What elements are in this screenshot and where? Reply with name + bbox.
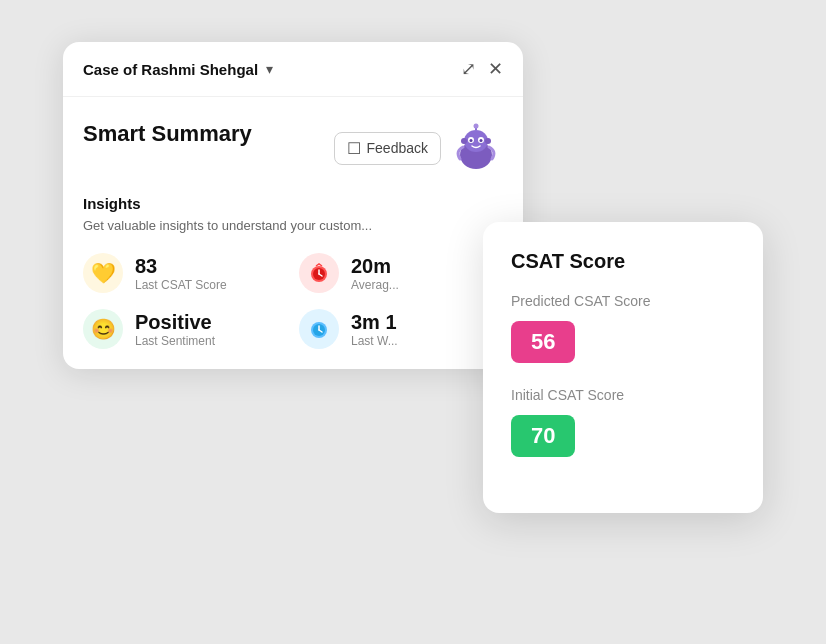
metric-text-sentiment: Positive Last Sentiment	[135, 310, 215, 348]
metric-last-csat: 💛 83 Last CSAT Score	[83, 253, 287, 293]
metric-label-csat: Last CSAT Score	[135, 278, 227, 292]
metric-value-lastwait: 3m 1	[351, 310, 398, 334]
metric-text-lastwait: 3m 1 Last W...	[351, 310, 398, 348]
header-actions: ⤢ ✕	[461, 58, 503, 80]
metrics-grid: 💛 83 Last CSAT Score	[83, 253, 503, 349]
feedback-icon: ☐	[347, 139, 361, 158]
predicted-csat-value: 56	[511, 321, 575, 363]
metric-sentiment: 😊 Positive Last Sentiment	[83, 309, 287, 349]
chevron-down-icon[interactable]: ▾	[266, 61, 273, 77]
svg-point-7	[474, 124, 479, 129]
header-title-group: Case of Rashmi Shehgal ▾	[83, 61, 273, 78]
main-card: Case of Rashmi Shehgal ▾ ⤢ ✕ Smart Summa…	[63, 42, 523, 369]
avg-time-icon	[299, 253, 339, 293]
smart-summary-right: ☐ Feedback	[334, 121, 503, 175]
initial-csat-value: 70	[511, 415, 575, 457]
csat-score-card: CSAT Score Predicted CSAT Score 56 Initi…	[483, 222, 763, 513]
svg-point-8	[461, 138, 467, 144]
robot-mascot	[449, 121, 503, 175]
csat-card-title: CSAT Score	[511, 250, 735, 273]
metric-value-avgtime: 20m	[351, 254, 399, 278]
metric-value-sentiment: Positive	[135, 310, 215, 334]
metric-text-csat: 83 Last CSAT Score	[135, 254, 227, 292]
svg-point-9	[485, 138, 491, 144]
metric-value-csat: 83	[135, 254, 227, 278]
svg-point-1	[464, 130, 488, 152]
sentiment-icon: 😊	[83, 309, 123, 349]
metric-label-sentiment: Last Sentiment	[135, 334, 215, 348]
metric-label-lastwait: Last W...	[351, 334, 398, 348]
close-icon[interactable]: ✕	[488, 58, 503, 80]
smart-summary-title: Smart Summary	[83, 121, 252, 147]
smart-summary-section: Smart Summary ☐ Feedback	[63, 97, 523, 369]
wait-time-icon	[299, 309, 339, 349]
svg-point-5	[480, 139, 483, 142]
case-title: Case of Rashmi Shehgal	[83, 61, 258, 78]
predicted-csat-label: Predicted CSAT Score	[511, 293, 735, 309]
metric-avg-time: 20m Averag...	[299, 253, 503, 293]
csat-score-icon: 💛	[83, 253, 123, 293]
svg-point-4	[470, 139, 473, 142]
smart-summary-header: Smart Summary ☐ Feedback	[83, 121, 503, 175]
expand-icon[interactable]: ⤢	[461, 58, 476, 80]
feedback-button[interactable]: ☐ Feedback	[334, 132, 441, 165]
metric-label-avgtime: Averag...	[351, 278, 399, 292]
insights-desc: Get valuable insights to understand your…	[83, 218, 423, 233]
card-header: Case of Rashmi Shehgal ▾ ⤢ ✕	[63, 42, 523, 97]
insights-label: Insights	[83, 195, 503, 212]
metric-text-avgtime: 20m Averag...	[351, 254, 399, 292]
metric-last-wait: 3m 1 Last W...	[299, 309, 503, 349]
initial-csat-label: Initial CSAT Score	[511, 387, 735, 403]
feedback-label: Feedback	[367, 140, 428, 156]
